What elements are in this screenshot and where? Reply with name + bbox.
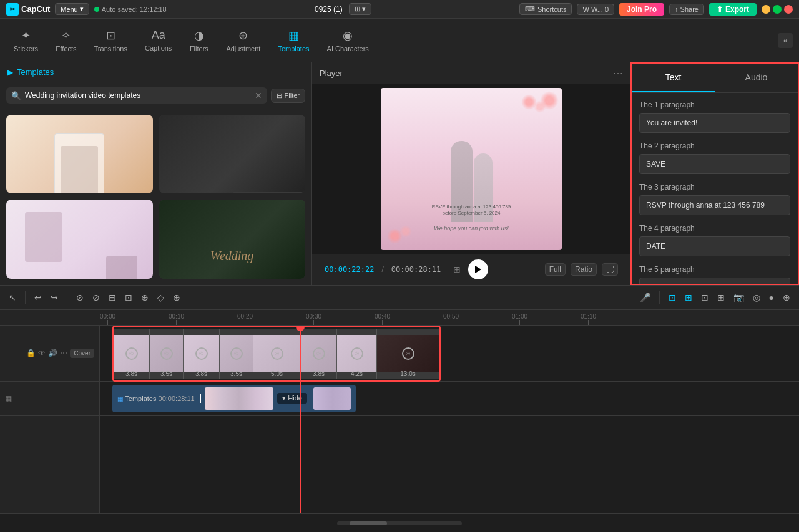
top-bar-left: ✂ CapCut Menu ▾ Auto saved: 12:12:18 [6, 3, 167, 16]
search-input[interactable] [25, 91, 251, 100]
dot-button[interactable]: ● [767, 290, 777, 305]
video-preview: RSVP through anna at 123 456 789 before … [381, 88, 562, 250]
templates-icon: ▦ [288, 29, 299, 42]
split-button[interactable]: ⊘ [74, 290, 86, 305]
clip-icon-6: ◎ [313, 347, 325, 360]
clip-icon-1: ◎ [125, 347, 138, 360]
share-button[interactable]: ↑ Share [669, 4, 704, 15]
grid-icon[interactable]: ⊞ [453, 264, 461, 274]
menu-button[interactable]: Menu ▾ [55, 3, 89, 15]
clip-thumb-4: ◎ [220, 335, 253, 372]
clip-thumb-8: ◎ [377, 335, 439, 372]
eye-track-icon[interactable]: 👁 [38, 349, 46, 357]
track-button[interactable]: ⊡ [699, 290, 711, 305]
paragraph-2-input[interactable] [639, 154, 790, 174]
template-card-4[interactable]: Wedding [159, 200, 306, 278]
toolbar-collapse-button[interactable]: « [778, 33, 793, 48]
undo-button[interactable]: ↩ [32, 290, 44, 305]
select-tool-button[interactable]: ↖ [6, 290, 19, 305]
crop-button[interactable]: ⊡ [122, 290, 135, 305]
tool-stickers[interactable]: ✦ Stickers [6, 25, 46, 56]
scrollbar-thumb[interactable] [350, 521, 387, 525]
clip-thumb-1: ◎ [114, 335, 149, 372]
clip-3[interactable]: ◎ 3.8s [184, 329, 220, 379]
snapshot-button[interactable]: 📷 [731, 290, 747, 305]
volume-track-icon[interactable]: 🔊 [48, 349, 57, 357]
paragraph-4-input[interactable] [639, 236, 790, 256]
tool-templates[interactable]: ▦ Templates [270, 25, 316, 56]
link-button[interactable]: ⊡ [666, 290, 679, 305]
transform-button[interactable]: ⊕ [170, 290, 183, 305]
grid-track-button[interactable]: ⊞ [682, 290, 695, 305]
mic-button[interactable]: 🎤 [637, 290, 653, 305]
track-content: ◎ 3.8s ◎ 3.5s ◎ 3.8s [100, 326, 799, 514]
auto-save-dot [94, 7, 99, 12]
tool-effects[interactable]: ✧ Effects [48, 25, 84, 56]
clip-1[interactable]: ◎ 3.8s [114, 329, 150, 379]
tool-captions[interactable]: Aa Captions [137, 25, 179, 56]
clip-5[interactable]: ◎ 5.0s [253, 329, 301, 379]
color-button[interactable]: ◇ [155, 290, 167, 305]
player-controls: 00:00:22:22 / 00:00:28:11 ⊞ Full Ratio ⛶ [312, 254, 630, 285]
play-button[interactable] [468, 259, 488, 279]
player-menu-icon[interactable]: ⋯ [613, 67, 623, 79]
tool-ai-characters[interactable]: ◉ AI Characters [320, 25, 376, 56]
full-button[interactable]: Full [545, 263, 566, 276]
toolbar-separator-3 [659, 291, 660, 304]
tool-adjustment[interactable]: ⊕ Adjustment [218, 25, 268, 56]
template-strip-icon: ▦ [117, 395, 123, 402]
tool-transitions-label: Transitions [94, 45, 127, 52]
clip-8[interactable]: ◎ 13.0s [377, 329, 439, 379]
fullscreen-button[interactable]: ⛶ [602, 263, 618, 276]
clip-6[interactable]: ◎ 3.8s [301, 329, 337, 379]
shortcuts-button[interactable]: ⌨ Shortcuts [519, 3, 572, 15]
filter-button[interactable]: ⊟ Filter [271, 89, 305, 103]
flower-decoration-3 [521, 94, 537, 110]
ruler-mark-20: 00:20 [237, 313, 253, 325]
clip-duration-2: 3.5s [160, 370, 172, 377]
screen-button[interactable]: ⊞ ▾ [349, 3, 371, 15]
trim-button[interactable]: ⊘ [90, 290, 102, 305]
delete-button[interactable]: ⊟ [106, 290, 119, 305]
workspace-button[interactable]: W W... 0 [577, 4, 614, 15]
tab-audio[interactable]: Audio [715, 64, 798, 92]
tool-transitions[interactable]: ⊡ Transitions [87, 25, 135, 56]
join-pro-button[interactable]: Join Pro [619, 3, 664, 16]
cover-label[interactable]: Cover [70, 349, 94, 358]
template-strip[interactable]: ▦ Templates 00:00:28:11 ▾ Hide [112, 385, 356, 412]
ratio-button[interactable]: Ratio [571, 263, 597, 276]
eye-button[interactable]: ◎ [750, 290, 763, 305]
template-card-2[interactable]: 36:220 ⓘ8 Wedding Invitation [159, 115, 306, 193]
template-card-3[interactable] [6, 200, 153, 278]
paragraph-3-input[interactable] [639, 195, 790, 215]
redo-button[interactable]: ↪ [48, 290, 61, 305]
template-card-1[interactable]: 36:220 ⓘ 5 Wedding invitation [6, 115, 153, 193]
ruler-content: 00:00 00:10 00:20 00:30 00:40 00:50 01:0… [0, 310, 799, 325]
clip-4[interactable]: ◎ 3.5s [220, 329, 253, 379]
app-logo: ✂ CapCut [6, 3, 50, 16]
paragraph-1-input[interactable] [639, 113, 790, 133]
search-clear-icon[interactable]: ✕ [255, 90, 262, 100]
paragraph-5-label: The 5 paragraph [639, 265, 790, 274]
playhead[interactable] [300, 326, 301, 514]
timeline-scrollbar[interactable] [337, 521, 462, 525]
minimize-button[interactable] [762, 5, 770, 14]
align-button[interactable]: ⊞ [715, 290, 727, 305]
zoom-button[interactable]: ⊕ [780, 290, 793, 305]
panel-breadcrumb: Templates [17, 67, 54, 77]
tool-filters[interactable]: ◑ Filters [182, 25, 216, 56]
search-input-wrap[interactable]: 🔍 ✕ [6, 87, 267, 104]
hide-button[interactable]: ▾ Hide [277, 393, 307, 404]
close-button[interactable] [784, 5, 793, 14]
export-button[interactable]: ⬆ Export [709, 3, 757, 16]
add-button[interactable]: ⊕ [139, 290, 151, 305]
paragraph-1-section: The 1 paragraph [639, 100, 790, 133]
more-track-icon[interactable]: ⋯ [60, 349, 67, 357]
ruler-mark-30: 00:30 [306, 313, 321, 325]
clip-2[interactable]: ◎ 3.5s [150, 329, 184, 379]
template-thumb-1: 36:220 ⓘ 5 [6, 115, 153, 193]
paragraph-5-input[interactable] [639, 278, 790, 284]
maximize-button[interactable] [773, 5, 782, 14]
tab-text[interactable]: Text [632, 64, 715, 92]
clip-7[interactable]: ◎ 4.2s [337, 329, 377, 379]
